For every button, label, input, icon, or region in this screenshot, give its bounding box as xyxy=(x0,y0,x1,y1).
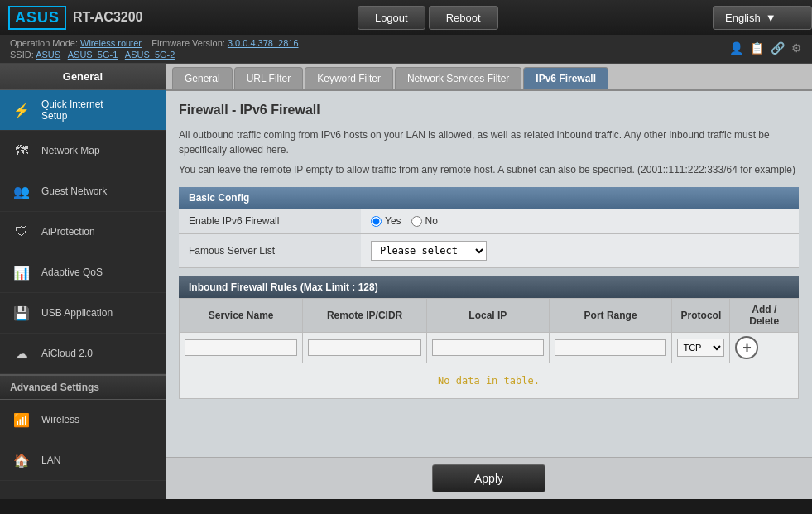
lan-icon: 🏠 xyxy=(10,449,33,472)
radio-no-label[interactable]: No xyxy=(411,215,438,227)
bottom-bar: Apply xyxy=(166,457,812,499)
col-port-range: Port Range xyxy=(549,299,672,333)
tab-ipv6-firewall[interactable]: IPv6 Firewall xyxy=(523,67,608,89)
config-table: Enable IPv6 Firewall Yes No xyxy=(179,209,799,268)
sidebar-general-header: General xyxy=(0,64,166,90)
remote-ip-input[interactable] xyxy=(308,339,420,356)
col-remote-ip: Remote IP/CIDR xyxy=(303,299,426,333)
remote-ip-cell xyxy=(303,333,426,363)
sidebar-item-aiprotection[interactable]: 🛡 AiProtection xyxy=(0,212,166,252)
aicloud-icon: ☁ xyxy=(10,342,33,365)
col-local-ip: Local IP xyxy=(426,299,549,333)
description-2: You can leave the remote IP empty to all… xyxy=(179,162,799,177)
logout-button[interactable]: Logout xyxy=(358,6,425,30)
basic-config-header: Basic Config xyxy=(179,187,799,209)
radio-no[interactable] xyxy=(411,216,422,227)
ssid1-link[interactable]: ASUS xyxy=(36,50,60,60)
quick-setup-icon: ⚡ xyxy=(10,98,33,122)
model-name: RT-AC3200 xyxy=(73,10,142,25)
enable-ipv6-radio-group: Yes No xyxy=(371,215,789,227)
sidebar-item-wireless[interactable]: 📶 Wireless xyxy=(0,400,166,440)
port-range-input[interactable] xyxy=(555,339,667,356)
famous-server-label: Famous Server List xyxy=(179,234,361,268)
tab-general[interactable]: General xyxy=(172,67,233,89)
guest-network-icon: 👥 xyxy=(10,180,33,203)
tabs-bar: General URL Filter Keyword Filter Networ… xyxy=(166,64,812,91)
copy-icon[interactable]: 📋 xyxy=(750,41,764,55)
sidebar-item-label: Quick InternetSetup xyxy=(41,98,103,122)
radio-yes[interactable] xyxy=(371,216,382,227)
rules-header: Inbound Firewall Rules (Max Limit : 128) xyxy=(179,276,799,298)
sidebar-item-aicloud[interactable]: ☁ AiCloud 2.0 xyxy=(0,334,166,374)
top-buttons: Logout Reboot xyxy=(358,6,498,30)
brand: ASUS RT-AC3200 xyxy=(8,6,143,30)
share-icon[interactable]: 🔗 xyxy=(771,41,785,55)
operation-mode-row: Operation Mode: Wireless router Firmware… xyxy=(10,38,802,48)
protocol-cell: TCP UDP BOTH xyxy=(672,333,730,363)
sidebar-item-guest-network[interactable]: 👥 Guest Network xyxy=(0,171,166,212)
reboot-button[interactable]: Reboot xyxy=(429,6,498,30)
main-layout: General ⚡ Quick InternetSetup 🗺 Network … xyxy=(0,64,812,499)
tab-network-services-filter[interactable]: Network Services Filter xyxy=(395,67,521,89)
sidebar-item-usb-application[interactable]: 💾 USB Application xyxy=(0,293,166,334)
content-area: General URL Filter Keyword Filter Networ… xyxy=(166,64,812,499)
info-icons: 👤 📋 🔗 ⚙ xyxy=(729,41,802,55)
add-rule-button[interactable]: + xyxy=(735,336,758,359)
sidebar-item-label: LAN xyxy=(41,454,60,466)
apply-button[interactable]: Apply xyxy=(432,464,545,492)
page-title: Firewall - IPv6 Firewall xyxy=(179,103,799,118)
asus-logo: ASUS xyxy=(8,6,66,30)
settings-icon[interactable]: ⚙ xyxy=(791,41,802,55)
sidebar-item-label: AiCloud 2.0 xyxy=(41,348,93,359)
info-bar: Operation Mode: Wireless router Firmware… xyxy=(0,35,812,64)
rules-table-header-row: Service Name Remote IP/CIDR Local IP Por… xyxy=(180,299,799,333)
sidebar-item-label: AiProtection xyxy=(41,226,95,238)
sidebar-item-label: Adaptive QoS xyxy=(41,267,103,278)
rules-table: Service Name Remote IP/CIDR Local IP Por… xyxy=(179,298,799,399)
aiprotection-icon: 🛡 xyxy=(10,220,33,243)
firmware-label: Firmware Version: xyxy=(151,38,225,48)
radio-no-text: No xyxy=(425,215,438,227)
ssid-row: SSID: ASUS ASUS_5G-1 ASUS_5G-2 xyxy=(10,50,802,60)
local-ip-input[interactable] xyxy=(432,339,544,356)
user-icon[interactable]: 👤 xyxy=(729,41,743,55)
operation-mode-value[interactable]: Wireless router xyxy=(80,38,142,48)
radio-yes-label[interactable]: Yes xyxy=(371,215,401,227)
top-bar: ASUS RT-AC3200 Logout Reboot English ▼ xyxy=(0,0,812,35)
sidebar-item-quick-internet-setup[interactable]: ⚡ Quick InternetSetup xyxy=(0,90,166,131)
operation-mode-label: Operation Mode: xyxy=(10,38,78,48)
famous-server-select[interactable]: Please select xyxy=(371,241,487,261)
col-protocol: Protocol xyxy=(672,299,730,333)
famous-server-row: Famous Server List Please select xyxy=(179,234,799,268)
service-name-cell xyxy=(180,333,303,363)
tab-keyword-filter[interactable]: Keyword Filter xyxy=(305,67,393,89)
rules-input-row: TCP UDP BOTH + xyxy=(180,333,799,363)
ssid2-link[interactable]: ASUS_5G-1 xyxy=(68,50,118,60)
sidebar-item-label: Guest Network xyxy=(41,185,107,197)
local-ip-cell xyxy=(426,333,549,363)
description-1: All outbound traffic coming from IPv6 ho… xyxy=(179,127,799,157)
wireless-icon: 📶 xyxy=(10,408,33,431)
protocol-container: TCP UDP BOTH xyxy=(677,339,724,357)
protocol-select[interactable]: TCP UDP BOTH xyxy=(677,339,724,357)
no-data-cell: No data in table. xyxy=(180,363,799,399)
sidebar-item-adaptive-qos[interactable]: 📊 Adaptive QoS xyxy=(0,252,166,293)
port-range-cell xyxy=(549,333,672,363)
language-label: English xyxy=(725,12,761,24)
adaptive-qos-icon: 📊 xyxy=(10,261,33,284)
usb-application-icon: 💾 xyxy=(10,301,33,324)
col-service-name: Service Name xyxy=(180,299,303,333)
network-map-icon: 🗺 xyxy=(10,139,33,162)
tab-url-filter[interactable]: URL Filter xyxy=(234,67,304,89)
sidebar-item-lan[interactable]: 🏠 LAN xyxy=(0,440,166,481)
sidebar-advanced-header: Advanced Settings xyxy=(0,374,166,400)
service-name-input[interactable] xyxy=(185,339,297,356)
sidebar-item-network-map[interactable]: 🗺 Network Map xyxy=(0,131,166,171)
col-add-delete: Add / Delete xyxy=(730,299,799,333)
firmware-value[interactable]: 3.0.0.4.378_2816 xyxy=(228,38,299,48)
language-selector[interactable]: English ▼ xyxy=(713,6,812,30)
ssid3-link[interactable]: ASUS_5G-2 xyxy=(125,50,175,60)
enable-ipv6-value: Yes No xyxy=(361,209,799,234)
add-delete-cell: + xyxy=(730,333,799,363)
no-data-text: No data in table. xyxy=(185,367,793,395)
